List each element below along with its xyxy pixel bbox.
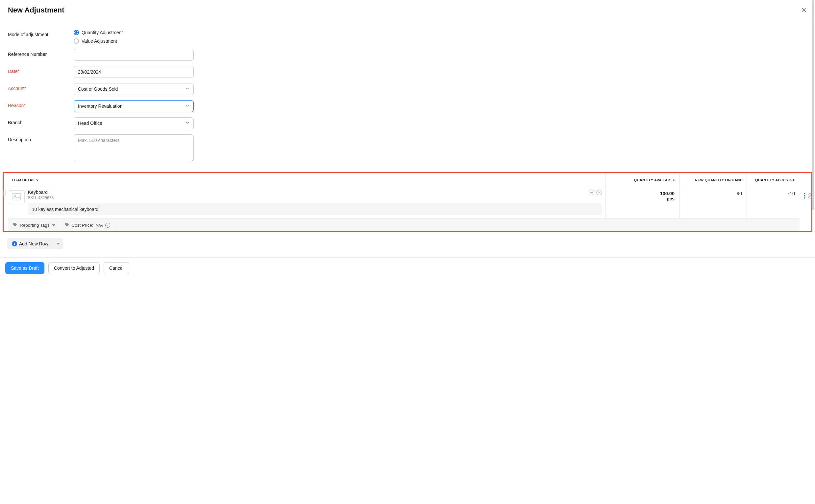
dropdown-icon <box>52 224 55 226</box>
tag-icon <box>13 222 17 228</box>
radio-icon <box>74 38 79 44</box>
svg-point-4 <box>3 193 4 194</box>
save-draft-button[interactable]: Save as Draft <box>5 262 44 274</box>
svg-point-6 <box>3 195 4 195</box>
scrollbar[interactable] <box>812 0 814 210</box>
convert-button[interactable]: Convert to Adjusted <box>48 262 100 274</box>
description-textarea[interactable] <box>74 134 194 161</box>
svg-point-11 <box>804 195 805 196</box>
reason-label: Reason* <box>8 100 74 108</box>
items-header: ITEM DETAILS QUANTITY AVAILABLE NEW QUAN… <box>8 173 800 187</box>
svg-point-10 <box>804 193 805 195</box>
radio-label: Value Adjustment <box>81 38 117 44</box>
dropdown-icon <box>57 243 60 245</box>
add-new-row-button[interactable]: + Add New Row <box>7 238 53 249</box>
description-label: Description <box>8 134 74 142</box>
svg-rect-8 <box>13 194 21 200</box>
cost-price-label: Cost Price: <box>72 223 93 228</box>
page-title: New Adjustment <box>8 6 64 14</box>
branch-select[interactable] <box>74 117 194 129</box>
cancel-button[interactable]: Cancel <box>104 262 129 274</box>
th-item-details: ITEM DETAILS <box>8 173 605 187</box>
svg-point-5 <box>5 193 6 194</box>
reporting-tags-button[interactable]: Reporting Tags <box>8 219 60 231</box>
reporting-tags-label: Reporting Tags <box>20 223 50 228</box>
close-button[interactable] <box>801 7 807 14</box>
reason-select[interactable] <box>74 100 194 112</box>
th-new-qty: NEW QUANTITY ON HAND <box>680 173 747 187</box>
account-select[interactable] <box>74 83 194 95</box>
th-qty-available: QUANTITY AVAILABLE <box>605 173 680 187</box>
radio-icon <box>74 30 79 35</box>
date-input[interactable] <box>74 66 194 78</box>
tag-icon <box>65 222 69 228</box>
page-header: New Adjustment <box>0 0 815 20</box>
qty-available-value: 100.00 <box>610 191 675 196</box>
drag-handle-icon[interactable] <box>3 190 6 196</box>
account-label: Account* <box>8 83 74 91</box>
cost-price-value: N/A <box>96 223 103 228</box>
plus-icon: + <box>12 241 17 246</box>
table-row: ⋯ ✕ Keyboard SKU: 4325678 10 keyless mec… <box>8 187 800 219</box>
image-placeholder-icon <box>9 190 25 203</box>
date-label: Date* <box>8 66 74 74</box>
clear-item-icon[interactable]: ✕ <box>596 190 602 195</box>
cell-qty-adjusted[interactable]: -10 <box>747 187 800 218</box>
cost-price-button[interactable]: Cost Price: N/A i <box>60 219 115 231</box>
item-description[interactable]: 10 keyless mechanical keyboard <box>28 203 602 215</box>
branch-label: Branch <box>8 117 74 125</box>
svg-point-7 <box>5 195 6 195</box>
item-sku: SKU: 4325678 <box>28 195 602 200</box>
svg-point-2 <box>3 191 4 192</box>
qty-unit: pcs <box>610 196 675 201</box>
svg-point-3 <box>5 191 6 192</box>
more-icon[interactable]: ⋯ <box>589 190 594 195</box>
radio-value-adjustment[interactable]: Value Adjustment <box>74 38 194 44</box>
reference-input[interactable] <box>74 49 194 61</box>
cell-qty-available: 100.00 pcs <box>605 187 680 218</box>
footer-bar: Save as Draft Convert to Adjusted Cancel <box>0 257 815 279</box>
svg-point-12 <box>804 197 805 199</box>
form-area: Mode of adjustment Quantity Adjustment V… <box>0 20 815 172</box>
radio-quantity-adjustment[interactable]: Quantity Adjustment <box>74 30 194 35</box>
radio-label: Quantity Adjustment <box>81 30 123 35</box>
reference-label: Reference Number <box>8 49 74 57</box>
row-more-icon[interactable] <box>804 193 805 200</box>
items-section: ITEM DETAILS QUANTITY AVAILABLE NEW QUAN… <box>3 172 812 232</box>
mode-label: Mode of adjustment <box>8 29 74 37</box>
info-icon[interactable]: i <box>105 223 110 228</box>
add-row-dropdown-button[interactable] <box>53 238 63 249</box>
tags-bar: Reporting Tags Cost Price: N/A i <box>8 219 800 231</box>
item-name: Keyboard <box>28 190 602 195</box>
cell-new-qty[interactable]: 90 <box>680 187 747 218</box>
th-qty-adjusted: QUANTITY ADJUSTED <box>747 173 800 187</box>
close-icon <box>801 7 807 14</box>
add-row-label: Add New Row <box>19 241 48 246</box>
